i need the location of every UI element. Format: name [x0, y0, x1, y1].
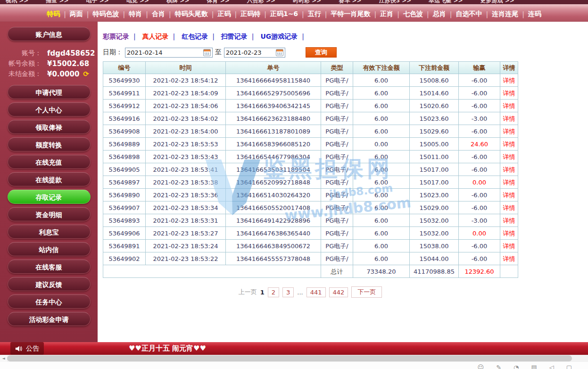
detail-link[interactable]: 详情 — [503, 153, 515, 160]
calendar-icon[interactable] — [203, 49, 211, 56]
pagination-item[interactable]: 1 — [260, 289, 265, 296]
top-nav-item[interactable]: 幸运飞艇 >> — [429, 0, 463, 4]
taskbar-icon[interactable]: ◔ — [513, 364, 519, 369]
game-nav-item[interactable]: 连码 — [528, 10, 541, 18]
game-nav-item[interactable]: 总肖 — [433, 10, 446, 18]
sidebar-menu-item[interactable]: 存取记录 — [8, 190, 91, 204]
cell-time: 2021-02-23 18:53:24 — [146, 240, 226, 252]
refresh-icon[interactable]: ⟳ — [83, 71, 89, 78]
pagination-item[interactable]: 3 — [282, 287, 294, 297]
account-info-header[interactable]: 账户信息 — [8, 27, 91, 41]
sidebar-menu-item[interactable]: 任务中心 — [8, 294, 91, 309]
detail-link[interactable]: 详情 — [503, 255, 515, 262]
record-tab[interactable]: 真人记录 — [142, 33, 169, 40]
top-nav-item[interactable]: 更多游戏 >> — [480, 0, 514, 4]
sidebar-menu-item[interactable]: 领取俸禄 — [8, 120, 91, 134]
sidebar-menu-item[interactable]: 在线充值 — [8, 155, 91, 169]
taskbar-icon[interactable]: ✎ — [496, 364, 501, 369]
cell-time: 2021-02-23 18:53:34 — [146, 201, 226, 214]
pagination-item[interactable]: 下一页 — [351, 286, 382, 298]
game-nav-item[interactable]: 特肖 — [129, 10, 142, 18]
pagination-item[interactable]: 上一页 — [239, 288, 257, 296]
sidebar-menu-item[interactable]: 在线客服 — [8, 260, 91, 274]
detail-link[interactable]: 详情 — [503, 128, 515, 135]
game-nav-item[interactable]: 五行 — [308, 10, 321, 18]
taskbar-icon[interactable]: ☺ — [478, 364, 484, 369]
query-button[interactable]: 查询 — [306, 47, 337, 58]
date-to-input[interactable]: 2021-02-23 — [224, 48, 285, 58]
sidebar-menu-item[interactable]: 活动彩金申请 — [8, 312, 91, 326]
detail-link[interactable]: 详情 — [503, 166, 515, 173]
sidebar-menu-item[interactable]: 申请代理 — [8, 85, 91, 99]
pagination-item[interactable]: 441 — [306, 287, 326, 297]
game-nav-item[interactable]: 自选不中 — [455, 10, 482, 18]
total-before-bet: 41170988.85 — [410, 265, 459, 278]
game-nav-item[interactable]: 特码头尾数 — [175, 10, 208, 18]
detail-link[interactable]: 详情 — [503, 217, 515, 224]
date-filter: 日期： 2021-02-14 至 2021-02-23 查询 — [103, 47, 588, 58]
top-nav-item[interactable]: 体育 >> — [207, 0, 229, 4]
sidebar-menu-item[interactable]: 资金明细 — [8, 207, 91, 221]
record-tab[interactable]: 彩票记录 — [103, 33, 129, 40]
sidebar-menu-item[interactable]: 站内信 — [8, 242, 91, 256]
taskbar-icon[interactable]: ▤ — [531, 364, 537, 369]
game-nav-item[interactable]: 平特一肖尾数 — [331, 10, 371, 18]
top-nav-item[interactable]: 视讯 >> — [6, 0, 28, 4]
game-nav-item[interactable]: 连肖连尾 — [492, 10, 518, 18]
cell-before-bet: 15017.00 — [410, 163, 459, 176]
pagination-item[interactable]: 2 — [268, 287, 279, 297]
taskbar-icon[interactable]: ◁ — [549, 364, 554, 369]
top-nav-item[interactable]: 时时彩 >> — [293, 0, 321, 4]
detail-link[interactable]: 详情 — [503, 243, 515, 250]
game-nav-entry: 总肖| — [433, 10, 456, 18]
top-nav-item[interactable]: 江苏快3 >> — [379, 0, 412, 4]
scroll-left-arrow-icon[interactable]: ◄ — [0, 355, 7, 362]
top-nav-item[interactable]: 捕鱼 >> — [46, 0, 68, 4]
pagination-item[interactable]: ... — [297, 289, 303, 296]
game-nav-item[interactable]: 正肖 — [380, 10, 393, 18]
sidebar-menu-item[interactable]: 建议反馈 — [8, 277, 91, 291]
game-nav-item[interactable]: 七色波 — [403, 10, 423, 18]
detail-link[interactable]: 详情 — [503, 230, 515, 237]
top-nav-item[interactable]: 六合彩 >> — [247, 0, 275, 4]
top-nav-item[interactable]: 电子 >> — [86, 0, 109, 4]
cell-winloss: -6.00 — [459, 189, 500, 201]
top-nav-item[interactable]: 棋牌 >> — [166, 0, 189, 4]
calendar-icon[interactable] — [276, 49, 283, 56]
detail-link[interactable]: 详情 — [503, 102, 515, 109]
game-nav-item[interactable]: 合肖 — [152, 10, 165, 18]
cell-valid-bet: 6.00 — [353, 74, 410, 87]
game-nav-item[interactable]: 正码特 — [240, 10, 260, 18]
record-tab[interactable]: 扫雷记录 — [221, 33, 248, 40]
sidebar-menu-item[interactable]: 在线提款 — [8, 172, 91, 186]
top-nav-item[interactable]: 赛车 >> — [339, 0, 361, 4]
cell-winloss: -6.00 — [459, 163, 500, 176]
scrollbar-thumb[interactable] — [7, 355, 572, 361]
detail-link[interactable]: 详情 — [503, 141, 515, 148]
game-nav-item[interactable]: 特码色波 — [93, 10, 119, 18]
detail-link[interactable]: 详情 — [503, 192, 515, 199]
detail-link[interactable]: 详情 — [503, 115, 515, 122]
sidebar-menu-item[interactable]: 利息宝 — [8, 225, 91, 239]
detail-link[interactable]: 详情 — [503, 90, 515, 97]
cell-time: 2021-02-23 18:53:38 — [146, 176, 226, 189]
game-nav-item[interactable]: 正码 — [217, 10, 231, 18]
top-nav-item[interactable]: 电竞 >> — [126, 0, 149, 4]
game-nav: 特码| 两面| 特码色波| 特肖| 合肖| 特码头尾数| 正码| 正码特| 正码… — [0, 4, 588, 22]
horizontal-scrollbar[interactable]: ◄ — [0, 355, 588, 362]
game-nav-item[interactable]: 正码1~6 — [270, 10, 298, 18]
taskbar-icon[interactable]: ▢ — [566, 364, 572, 369]
sidebar-menu-item[interactable]: 个人中心 — [8, 102, 91, 117]
detail-link[interactable]: 详情 — [503, 204, 515, 211]
cell-valid-bet: 6.00 — [353, 151, 410, 163]
sidebar-menu-item[interactable]: 额度转换 — [8, 137, 91, 151]
pagination-item[interactable]: 442 — [329, 287, 348, 297]
detail-link[interactable]: 详情 — [503, 179, 515, 186]
game-nav-item[interactable]: 两面 — [70, 10, 83, 18]
record-tab[interactable]: UG游戏记录 — [260, 33, 298, 40]
detail-link[interactable]: 详情 — [503, 77, 515, 84]
date-from-input[interactable]: 2021-02-14 — [125, 48, 213, 58]
game-nav-item[interactable]: 特码 — [47, 10, 60, 18]
bottom-strip: ☺✎◔▤◁▢ — [0, 362, 588, 369]
record-tab[interactable]: 红包记录 — [182, 33, 208, 40]
